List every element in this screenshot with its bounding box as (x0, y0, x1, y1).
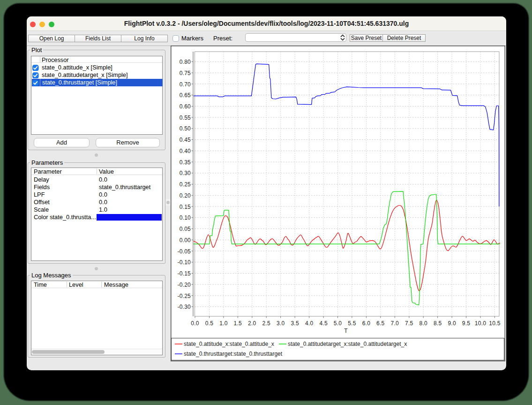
svg-text:0.65: 0.65 (180, 92, 191, 99)
svg-text:6.0: 6.0 (362, 320, 371, 327)
svg-text:1.5: 1.5 (234, 320, 242, 327)
svg-text:5.5: 5.5 (348, 320, 356, 327)
svg-text:-0.05: -0.05 (177, 248, 191, 255)
svg-text:state_0.attitude_x:state_0.att: state_0.attitude_x:state_0.attitude_x (184, 341, 274, 347)
svg-text:0.40: 0.40 (180, 148, 191, 154)
svg-text:0.35: 0.35 (180, 159, 191, 166)
svg-text:8.0: 8.0 (419, 320, 427, 327)
svg-text:7.0: 7.0 (391, 320, 399, 327)
svg-text:state_0.thrusttarget:state_0.t: state_0.thrusttarget:state_0.thrusttarge… (184, 351, 283, 357)
svg-text:0.0: 0.0 (191, 320, 199, 327)
svg-text:8.5: 8.5 (434, 320, 442, 327)
svg-text:0.00: 0.00 (180, 237, 191, 244)
svg-text:0.75: 0.75 (180, 70, 191, 76)
svg-text:6.5: 6.5 (376, 320, 385, 327)
svg-text:2.0: 2.0 (248, 320, 256, 327)
svg-text:0.20: 0.20 (180, 192, 191, 199)
svg-text:10.5: 10.5 (489, 320, 500, 327)
svg-text:9.5: 9.5 (462, 320, 471, 327)
svg-text:7.5: 7.5 (405, 320, 413, 327)
svg-text:0.80: 0.80 (180, 59, 191, 65)
svg-text:10.0: 10.0 (475, 320, 486, 327)
svg-text:3.5: 3.5 (291, 320, 299, 327)
svg-text:state_0.attitudetarget_x:state: state_0.attitudetarget_x:state_0.attitud… (288, 341, 407, 347)
svg-text:0.45: 0.45 (180, 137, 191, 143)
svg-text:0.10: 0.10 (180, 214, 191, 221)
svg-text:5.0: 5.0 (334, 320, 342, 327)
svg-text:0.50: 0.50 (180, 125, 191, 132)
svg-text:3.0: 3.0 (277, 320, 285, 327)
svg-text:-0.20: -0.20 (177, 282, 191, 288)
svg-text:0.05: 0.05 (180, 226, 191, 232)
svg-text:-0.25: -0.25 (177, 293, 191, 299)
svg-text:-0.30: -0.30 (177, 304, 191, 310)
svg-text:0.55: 0.55 (180, 115, 191, 121)
svg-text:T: T (344, 328, 348, 334)
svg-text:0.60: 0.60 (180, 103, 191, 110)
svg-text:4.0: 4.0 (305, 320, 314, 327)
svg-text:-0.10: -0.10 (177, 259, 191, 266)
svg-text:9.0: 9.0 (448, 320, 456, 327)
svg-text:0.30: 0.30 (180, 170, 191, 176)
svg-text:4.5: 4.5 (319, 320, 328, 327)
svg-text:1.0: 1.0 (219, 320, 228, 327)
svg-text:-0.15: -0.15 (177, 270, 191, 277)
svg-text:0.15: 0.15 (180, 204, 191, 210)
svg-text:0.70: 0.70 (180, 81, 191, 88)
svg-text:0.5: 0.5 (205, 320, 214, 327)
svg-text:2.5: 2.5 (262, 320, 270, 327)
svg-text:0.25: 0.25 (180, 181, 191, 188)
